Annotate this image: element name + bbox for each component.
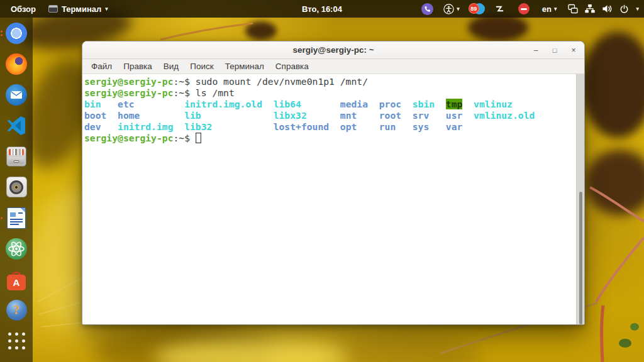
- terminal-text-segment: sbin: [413, 99, 435, 109]
- terminal-line: boot home lib libx32 mnt root srv usr vm…: [84, 110, 574, 121]
- terminal-text-segment: srv: [413, 110, 430, 121]
- chevron-down-icon: ▾: [105, 6, 108, 12]
- accessibility-icon: [443, 4, 454, 14]
- do-not-disturb-indicator[interactable]: [518, 3, 530, 14]
- terminal-text-segment: opt: [340, 121, 357, 132]
- zigzag-icon: [495, 4, 504, 13]
- terminal-cursor: [196, 133, 201, 143]
- terminal-text-segment: sergiy@sergiy-pc: [84, 87, 173, 98]
- system-menu[interactable]: ▾: [568, 4, 639, 14]
- terminal-window: sergiy@sergiy-pc: ~ – □ × Файл Правка Ви…: [82, 41, 585, 325]
- dock-item-chromium[interactable]: [5, 21, 28, 45]
- keyboard-layout-label: en: [542, 4, 552, 14]
- app-menu-button[interactable]: Терминал ▾: [48, 4, 108, 14]
- files-icon: [6, 146, 26, 167]
- dock-item-firefox[interactable]: [5, 52, 28, 75]
- menu-bar: Файл Правка Вид Поиск Терминал Справка: [82, 59, 584, 74]
- terminal-text-segment: dev: [84, 121, 101, 132]
- phone-icon: [424, 6, 431, 13]
- terminal-text-segment: tmp: [446, 99, 463, 109]
- terminal-content[interactable]: sergiy@sergiy-pc:~$ sudo mount /dev/nvme…: [82, 74, 584, 324]
- desktop: Обзор Терминал ▾ Вто, 16:04: [0, 0, 644, 362]
- terminal-line: bin etc initrd.img.old lib64 media proc …: [84, 99, 574, 110]
- terminal-window-icon: [48, 5, 58, 13]
- terminal-text-segment: vmlinuz: [474, 99, 513, 109]
- thunderbird-icon: [6, 84, 27, 106]
- scrollbar-thumb[interactable]: [579, 192, 582, 324]
- menu-file[interactable]: Файл: [86, 62, 118, 71]
- terminal-text-segment: :~$ ls /mnt: [173, 87, 234, 98]
- show-applications-icon: [8, 332, 25, 349]
- messenger-indicator[interactable]: 89: [469, 3, 485, 15]
- terminal-text-segment: :~$ sudo mount /dev/nvme0n1p1 /mnt/: [173, 76, 368, 87]
- atom-icon: [6, 238, 27, 260]
- chevron-down-icon: ▾: [554, 6, 557, 12]
- dock-item-vscode[interactable]: [5, 114, 28, 137]
- firefox-icon: [6, 53, 27, 75]
- terminal-text-segment: usr: [446, 110, 463, 121]
- chromium-icon: [6, 23, 27, 44]
- chevron-down-icon: ▾: [636, 6, 639, 12]
- rhythmbox-icon: [6, 177, 27, 197]
- menu-view[interactable]: Вид: [158, 62, 184, 71]
- terminal-text-segment: lib: [184, 110, 201, 121]
- accessibility-menu[interactable]: [443, 4, 454, 14]
- terminal-text-segment: root: [379, 110, 401, 121]
- dock-item-ubuntu-software[interactable]: A: [5, 268, 28, 291]
- terminal-text-segment: proc: [379, 99, 401, 109]
- terminal-text-segment: libx32: [274, 110, 307, 121]
- vscode-icon: [6, 116, 26, 136]
- terminal-text-segment: vmlinuz.old: [474, 110, 535, 121]
- dock-item-atom[interactable]: [5, 237, 28, 260]
- terminal-line: sergiy@sergiy-pc:~$: [84, 133, 574, 144]
- running-indicator: [1, 217, 3, 219]
- terminal-text-segment: boot: [84, 110, 106, 121]
- dock-item-files[interactable]: [5, 145, 28, 168]
- keyboard-layout-button[interactable]: en ▾: [542, 4, 557, 14]
- wired-network-icon: [585, 4, 595, 14]
- window-title: sergiy@sergiy-pc: ~: [292, 45, 374, 55]
- close-button[interactable]: ×: [567, 43, 580, 57]
- terminal-text-segment: initrd.img.old: [184, 99, 262, 109]
- dock-item-rhythmbox[interactable]: [5, 175, 28, 199]
- dock-item-libreoffice-writer[interactable]: [5, 206, 28, 229]
- minimize-button[interactable]: –: [529, 43, 543, 57]
- menu-search[interactable]: Поиск: [184, 62, 219, 71]
- terminal-text-segment: var: [446, 121, 463, 132]
- terminal-line: dev initrd.img lib32 lost+found opt run …: [84, 121, 574, 133]
- window-titlebar[interactable]: sergiy@sergiy-pc: ~ – □ ×: [82, 41, 584, 59]
- dock-item-thunderbird[interactable]: [5, 83, 28, 106]
- terminal-text-segment: sys: [413, 121, 430, 132]
- help-icon: ?: [6, 300, 27, 321]
- menu-help[interactable]: Справка: [270, 62, 314, 71]
- zigzag-indicator[interactable]: [495, 4, 504, 13]
- terminal-text-segment: etc: [118, 99, 135, 109]
- menu-edit[interactable]: Правка: [118, 62, 158, 71]
- volume-icon: [602, 4, 613, 14]
- terminal-text-segment: sergiy@sergiy-pc: [84, 76, 173, 87]
- app-menu-label: Терминал: [62, 4, 101, 14]
- terminal-text-segment: bin: [84, 99, 101, 109]
- maximize-button[interactable]: □: [548, 43, 562, 57]
- ubuntu-software-icon: A: [6, 272, 27, 290]
- scrollbar[interactable]: [576, 74, 584, 324]
- terminal-text-segment: media: [340, 99, 368, 109]
- chevron-down-icon: ▾: [457, 6, 460, 12]
- terminal-line: sergiy@sergiy-pc:~$ sudo mount /dev/nvme…: [84, 76, 574, 87]
- power-icon: [619, 4, 629, 14]
- notification-badge: 89: [469, 3, 479, 14]
- dock-item-help[interactable]: ?: [5, 299, 28, 322]
- terminal-text-segment: sergiy@sergiy-pc: [84, 133, 173, 143]
- terminal-text-segment: lib32: [184, 121, 212, 132]
- menu-terminal[interactable]: Терминал: [219, 62, 270, 71]
- viber-indicator[interactable]: [421, 3, 433, 15]
- terminal-text-segment: mnt: [340, 110, 357, 121]
- show-applications-button[interactable]: [5, 329, 28, 353]
- activities-button[interactable]: Обзор: [8, 3, 38, 15]
- terminal-line: sergiy@sergiy-pc:~$ ls /mnt: [84, 87, 574, 99]
- running-indicator: [1, 30, 3, 36]
- terminal-text-segment: :~$: [173, 133, 195, 143]
- clock-button[interactable]: Вто, 16:04: [302, 0, 342, 18]
- libreoffice-writer-icon: [7, 207, 26, 229]
- terminal-text-segment: lost+found: [274, 121, 329, 132]
